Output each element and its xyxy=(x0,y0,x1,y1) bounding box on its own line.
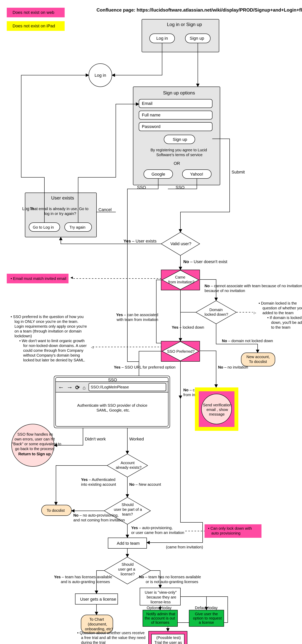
lq2: user get a xyxy=(118,567,135,571)
sso-fail: Didn't work xyxy=(85,436,106,442)
tr2: Trial the user as xyxy=(154,640,182,644)
email-label: Email xyxy=(142,101,152,106)
uet2: log in or try again? xyxy=(44,212,76,216)
url-text: SSO://LogMeInPlease xyxy=(91,385,129,389)
sn2: log in ONLY once you're on the team. xyxy=(15,320,78,324)
came-inv: (came from invitation) xyxy=(166,545,203,549)
nav-fwd-icon[interactable]: → xyxy=(67,384,73,391)
dn5: down, you'll be added xyxy=(271,320,302,324)
rl2: option to request xyxy=(193,616,222,620)
domain-q2: locked down? xyxy=(205,312,228,316)
lock-note1: • Can only lock down with xyxy=(208,526,252,530)
bn3: during the trial xyxy=(81,640,106,644)
new-acct-l1: New account, xyxy=(246,355,270,359)
sso-msg2: SAML, Google, etc. xyxy=(97,408,130,412)
yahoo-label: Yahoo! xyxy=(190,172,203,176)
start-signup-label: Sign up xyxy=(190,36,204,41)
dn1: • Domain locked is the xyxy=(258,301,297,305)
sn6: • We don't want to limit organic growth xyxy=(19,339,85,343)
verify-l1: Send verification xyxy=(203,403,231,407)
legend-web-label: Does not exist on web xyxy=(13,10,54,15)
team-no1: No – no auto-provisioning, xyxy=(73,513,119,517)
or-label: OR xyxy=(174,161,180,166)
sn10: locked but later be denied by SAML. xyxy=(23,358,85,362)
dn2: question of whether you're xyxy=(262,306,302,310)
to-docs-label: To docslist xyxy=(47,508,65,512)
goto-login-label: Go to Log in xyxy=(33,225,54,230)
invite-no: No – cannot associate with team because … xyxy=(205,284,302,288)
valid-no: No – User doesn't exist xyxy=(183,259,227,264)
user-exists-title: User exists xyxy=(51,195,74,200)
lic-no1: No – team has no licenses available xyxy=(139,575,201,579)
cancel-label: Cancel xyxy=(98,207,112,212)
tc3: onboarding, etc) xyxy=(85,627,113,631)
vo3: license-less xyxy=(151,600,171,604)
lic-no2: or is not auto-granting licenses xyxy=(146,580,198,584)
ae-q1: Account xyxy=(121,461,135,465)
lic-yes2: and is auto-granting licenses xyxy=(61,580,110,584)
tq3: team? xyxy=(122,512,133,516)
new-acct-l2: To docslist xyxy=(249,360,267,364)
tr1: (Possible test) xyxy=(156,636,181,640)
login-node-label: Log in xyxy=(95,73,106,78)
team-yes1: Yes – auto-provisioning, xyxy=(131,526,173,530)
lock-note2: auto provisioning xyxy=(211,531,240,535)
dn6: to the team xyxy=(271,325,290,330)
lq3: license? xyxy=(121,572,135,576)
tq2: user be part of a xyxy=(114,507,142,512)
verify-l3: message xyxy=(209,412,225,416)
sn8: could come through from Company xyxy=(23,348,83,352)
tos1: By registering you agree to Lucid xyxy=(151,148,207,152)
submit-label: Submit xyxy=(231,170,245,174)
try-again-label: Try again xyxy=(70,225,86,230)
notify-t: Optional today xyxy=(147,606,172,610)
domain-yes: Yes – locked down xyxy=(172,325,204,330)
vo1: User is "view-only" xyxy=(145,590,177,594)
nav-back-icon[interactable]: ← xyxy=(58,384,64,391)
lq1: Should xyxy=(122,562,134,566)
dn3: added to the team xyxy=(262,311,293,315)
signup-title: Sign up options xyxy=(163,90,195,96)
start-login-label: Log in xyxy=(156,36,168,41)
tos2: Software's terms of service xyxy=(156,153,202,157)
svg-text:◁: ◁ xyxy=(91,346,94,349)
request-t: Default today xyxy=(195,606,218,610)
legend-ipad-label: Does not exist on iPad xyxy=(13,24,55,28)
valid-q: Valid user? xyxy=(170,241,191,246)
tc2: (document, xyxy=(88,622,107,626)
sso1-label: SSO xyxy=(137,185,146,190)
page-title: Confluence page: https://lucidsoftware.a… xyxy=(97,7,302,12)
sn3: Login requirements only apply once you'r… xyxy=(15,324,87,328)
nav-home-icon[interactable]: ⌂ xyxy=(83,385,86,390)
tq1: Should xyxy=(122,502,134,507)
tc1: To Chart xyxy=(89,617,104,622)
valid-yes: Yes – User exists xyxy=(124,239,156,244)
na1: Notify admin that xyxy=(146,612,175,616)
sso-ok: Worked xyxy=(129,436,144,442)
rl1: Give user the xyxy=(195,612,218,616)
invite-q2: from invitation? xyxy=(168,280,194,284)
bn2: a free trial and all the value they need xyxy=(81,636,146,640)
add-team-label: Add to team xyxy=(117,541,140,546)
se1: SSO flow handles its xyxy=(17,432,53,436)
ae-q2: already exists? xyxy=(116,465,141,470)
sn4: on a team (through invitation or domain xyxy=(15,329,82,333)
nav-reload-icon[interactable]: ⟳ xyxy=(75,384,80,390)
ue-login-label: Log in xyxy=(22,206,34,211)
signup-btn-label: Sign up xyxy=(173,137,187,142)
ae-yes1: Yes – Authenticated xyxy=(81,478,115,482)
invite-q1: Came xyxy=(175,275,185,279)
vo2: because they are xyxy=(147,595,176,599)
ssopref-no: No – no invitation xyxy=(218,365,248,369)
uet1: That email is already in use. Go to xyxy=(30,207,88,211)
se5: Return to Sign up xyxy=(18,452,51,456)
na2: the account is out xyxy=(145,616,175,620)
gets-license-label: User gets a license xyxy=(80,597,116,602)
invite-note-t: • Email must match invited email xyxy=(11,276,66,281)
sn5: lockdown) xyxy=(15,334,32,338)
verify-l2: email , show xyxy=(206,408,228,412)
invite-no2: because of no invitation xyxy=(205,288,245,293)
bn1: • Question about whether users receive xyxy=(77,631,145,635)
password-label: Password xyxy=(142,124,161,129)
se4: go back to the process: xyxy=(15,446,55,451)
